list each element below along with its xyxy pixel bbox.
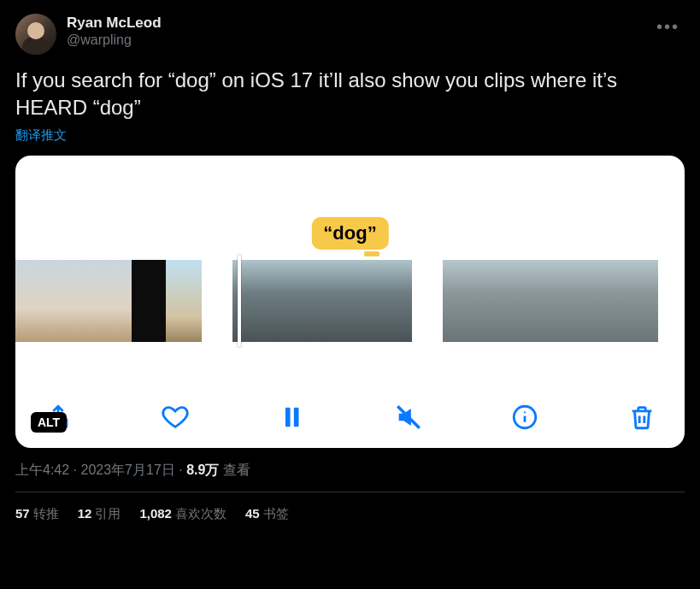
translate-link[interactable]: 翻译推文	[15, 127, 685, 144]
thumbnail	[132, 260, 166, 342]
handle: @warpling	[67, 32, 162, 49]
tweet-container: Ryan McLeod @warpling ••• If you search …	[0, 0, 700, 533]
thumbnail	[268, 260, 304, 342]
info-button[interactable]	[506, 398, 544, 436]
thumbnail	[376, 260, 412, 342]
meta-time[interactable]: 上午4:42	[15, 462, 69, 477]
stat-bookmarks[interactable]: 45书签	[245, 506, 289, 522]
thumbnail	[515, 260, 550, 342]
tweet-text: If you search for “dog” on iOS 17 it’ll …	[15, 67, 685, 122]
thumbnail	[74, 260, 103, 342]
stat-quotes[interactable]: 12引用	[78, 506, 121, 522]
thumbnail	[232, 260, 268, 342]
stat-likes[interactable]: 1,082喜欢次数	[139, 506, 226, 522]
pause-icon	[277, 403, 306, 432]
clip-group-2[interactable]	[232, 260, 412, 342]
views-label: 查看	[219, 462, 250, 477]
meta-date[interactable]: 2023年7月17日	[80, 462, 174, 477]
thumbnail	[479, 260, 515, 342]
more-menu-button[interactable]: •••	[651, 14, 685, 40]
delete-button[interactable]	[623, 398, 661, 436]
tweet-header: Ryan McLeod @warpling •••	[15, 14, 685, 55]
like-button[interactable]	[156, 398, 194, 436]
thumbnail	[166, 260, 202, 342]
stat-retweets[interactable]: 57转推	[15, 506, 59, 522]
clip-group-1[interactable]	[15, 260, 202, 342]
avatar[interactable]	[15, 14, 56, 55]
thumbnail	[443, 260, 479, 342]
heart-icon	[161, 403, 190, 432]
display-name: Ryan McLeod	[67, 14, 162, 32]
thumbnail	[586, 260, 622, 342]
playhead-marker	[364, 251, 379, 256]
thumbnail	[15, 260, 44, 342]
pause-button[interactable]	[273, 398, 310, 436]
author-names[interactable]: Ryan McLeod @warpling	[67, 14, 162, 49]
info-icon	[510, 403, 539, 432]
media-card[interactable]: “dog”	[15, 156, 685, 448]
svg-point-5	[524, 411, 526, 413]
thumbnail	[44, 260, 74, 342]
views-count: 8.9万	[186, 462, 219, 477]
svg-rect-0	[285, 407, 291, 427]
clip-group-3[interactable]	[443, 260, 658, 342]
trash-icon	[627, 403, 656, 432]
thumbnail	[550, 260, 586, 342]
thumbnail	[304, 260, 340, 342]
alt-badge[interactable]: ALT	[31, 412, 67, 433]
thumbnail	[103, 260, 132, 342]
speaker-muted-icon	[394, 403, 423, 432]
svg-rect-1	[294, 407, 299, 427]
tweet-meta: 上午4:42 · 2023年7月17日 · 8.9万 查看	[15, 462, 685, 480]
caption-bubble: “dog”	[311, 217, 388, 250]
thumbnail	[622, 260, 658, 342]
thumbnail	[340, 260, 376, 342]
video-timeline[interactable]	[15, 260, 685, 342]
mute-button[interactable]	[390, 398, 427, 436]
media-toolbar	[15, 398, 685, 436]
tweet-stats: 57转推 12引用 1,082喜欢次数 45书签	[15, 492, 685, 533]
